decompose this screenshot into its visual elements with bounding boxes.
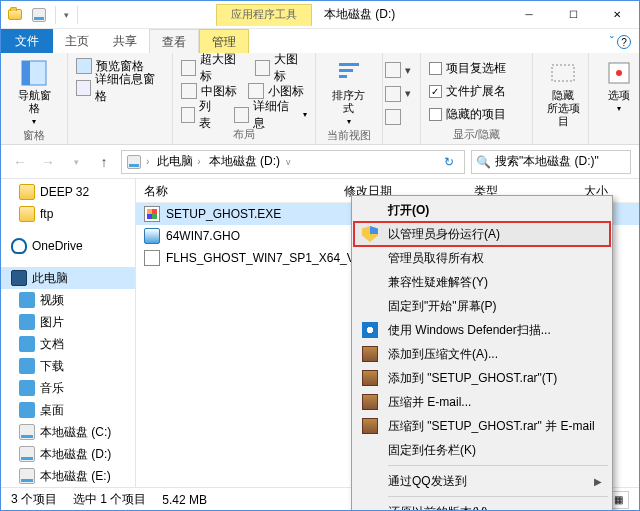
window-title: 本地磁盘 (D:) xyxy=(312,6,507,23)
navigation-pane-button[interactable]: 导航窗格 ▾ xyxy=(9,57,59,128)
minimize-button[interactable]: ─ xyxy=(507,1,551,29)
size-columns-button[interactable] xyxy=(385,106,418,128)
item-checkboxes-toggle[interactable]: 项目复选框 xyxy=(429,57,524,79)
svg-rect-2 xyxy=(339,63,359,66)
gho-icon xyxy=(144,228,160,244)
ribbon: 导航窗格 ▾ 窗格 预览窗格 详细信息窗格 超大图标 大图标 中图标 小图标 列… xyxy=(1,53,639,145)
tree-this-pc[interactable]: 此电脑 xyxy=(1,267,135,289)
file-tab[interactable]: 文件 xyxy=(1,29,53,53)
tree-downloads[interactable]: 下载 xyxy=(1,355,135,377)
details-pane-button[interactable]: 详细信息窗格 xyxy=(76,77,164,99)
address-dropdown-icon[interactable]: v xyxy=(284,157,293,167)
list-view-button[interactable]: 列表 详细信息▾ xyxy=(181,104,307,126)
group-label-panes: 窗格 xyxy=(9,128,59,145)
col-name[interactable]: 名称 xyxy=(136,179,336,202)
svg-rect-5 xyxy=(552,65,574,81)
ctx-add-archive[interactable]: 添加到压缩文件(A)... xyxy=(354,342,610,366)
hidden-items-toggle[interactable]: 隐藏的项目 xyxy=(429,104,524,126)
submenu-arrow-icon: ▶ xyxy=(594,476,610,487)
tree-documents[interactable]: 文档 xyxy=(1,333,135,355)
tree-desktop[interactable]: 桌面 xyxy=(1,399,135,421)
file-name: SETUP_GHOST.EXE xyxy=(166,207,281,221)
tree-deep32[interactable]: DEEP 32 xyxy=(1,181,135,203)
svg-rect-1 xyxy=(22,61,30,85)
back-button[interactable]: ← xyxy=(9,151,31,173)
search-placeholder: 搜索"本地磁盘 (D:)" xyxy=(495,153,599,170)
tree-ftp[interactable]: ftp xyxy=(1,203,135,225)
ctx-zip-rar-email[interactable]: 压缩到 "SETUP_GHOST.rar" 并 E-mail xyxy=(354,414,610,438)
rar-icon xyxy=(362,370,378,386)
hide-icon xyxy=(549,59,577,87)
tree-pictures[interactable]: 图片 xyxy=(1,311,135,333)
navigation-tree[interactable]: DEEP 32 ftp OneDrive 此电脑 视频 图片 文档 下载 音乐 … xyxy=(1,179,136,487)
group-label-layout: 布局 xyxy=(181,127,307,144)
context-menu: 打开(O) 以管理员身份运行(A) 管理员取得所有权 兼容性疑难解答(Y) 固定… xyxy=(351,195,613,511)
ctx-add-rar[interactable]: 添加到 "SETUP_GHOST.rar"(T) xyxy=(354,366,610,390)
tree-drive-e[interactable]: 本地磁盘 (E:) xyxy=(1,465,135,487)
hide-selected-button[interactable]: 隐藏 所选项目 xyxy=(541,57,585,130)
ctx-open[interactable]: 打开(O) xyxy=(354,198,610,222)
drive-icon xyxy=(31,7,47,23)
exe-icon xyxy=(144,206,160,222)
ribbon-tabs: 文件 主页 共享 查看 管理 ˇ ? xyxy=(1,29,639,53)
ctx-pin-start[interactable]: 固定到"开始"屏幕(P) xyxy=(354,294,610,318)
file-name: 64WIN7.GHO xyxy=(166,229,240,243)
rar-icon xyxy=(362,346,378,362)
nav-pane-icon xyxy=(20,59,48,87)
file-name: FLHS_GHOST_WIN7_SP1_X64_V... xyxy=(166,251,364,265)
sort-icon xyxy=(335,59,363,87)
ctx-pin-taskbar[interactable]: 固定到任务栏(K) xyxy=(354,438,610,462)
tree-drive-c[interactable]: 本地磁盘 (C:) xyxy=(1,421,135,443)
options-button[interactable]: 选项▾ xyxy=(597,57,640,115)
group-by-button[interactable]: ▾ xyxy=(385,59,418,81)
address-bar[interactable]: › 此电脑› 本地磁盘 (D:) v ↻ xyxy=(121,150,465,174)
ctx-take-ownership[interactable]: 管理员取得所有权 xyxy=(354,246,610,270)
manage-tab[interactable]: 管理 xyxy=(199,29,249,53)
tree-onedrive[interactable]: OneDrive xyxy=(1,235,135,257)
rar-icon xyxy=(362,394,378,410)
group-label-showhide: 显示/隐藏 xyxy=(429,127,524,144)
close-button[interactable]: ✕ xyxy=(595,1,639,29)
ribbon-collapse-icon[interactable]: ˇ ? xyxy=(602,31,639,54)
qat-dropdown-icon[interactable]: ▾ xyxy=(64,10,69,20)
refresh-button[interactable]: ↻ xyxy=(438,155,460,169)
add-columns-button[interactable]: ▾ xyxy=(385,83,418,105)
rar-icon xyxy=(362,418,378,434)
status-count: 3 个项目 xyxy=(11,491,57,508)
sort-by-button[interactable]: 排序方式▾ xyxy=(324,57,374,128)
svg-rect-3 xyxy=(339,69,353,72)
ctx-run-as-admin[interactable]: 以管理员身份运行(A) xyxy=(354,222,610,246)
ctx-qq-send[interactable]: 通过QQ发送到▶ xyxy=(354,469,610,493)
tree-videos[interactable]: 视频 xyxy=(1,289,135,311)
ctx-defender-scan[interactable]: 使用 Windows Defender扫描... xyxy=(354,318,610,342)
breadcrumb-this-pc[interactable]: 此电脑› xyxy=(153,153,204,170)
separator xyxy=(388,465,608,466)
home-tab[interactable]: 主页 xyxy=(53,29,101,53)
separator xyxy=(388,496,608,497)
share-tab[interactable]: 共享 xyxy=(101,29,149,53)
xl-icons-button[interactable]: 超大图标 大图标 xyxy=(181,57,307,79)
ctx-compatibility[interactable]: 兼容性疑难解答(Y) xyxy=(354,270,610,294)
options-icon xyxy=(605,59,633,87)
forward-button[interactable]: → xyxy=(37,151,59,173)
ctx-restore-previous[interactable]: 还原以前的版本(V) xyxy=(354,500,610,511)
quick-access-toolbar: ▾ xyxy=(1,6,84,24)
maximize-button[interactable]: ☐ xyxy=(551,1,595,29)
address-row: ← → ▾ ↑ › 此电脑› 本地磁盘 (D:) v ↻ 🔍 搜索"本地磁盘 (… xyxy=(1,145,639,179)
file-extensions-toggle[interactable]: ✓文件扩展名 xyxy=(429,80,524,102)
svg-rect-4 xyxy=(339,75,347,78)
search-icon: 🔍 xyxy=(476,155,491,169)
view-tab[interactable]: 查看 xyxy=(149,29,199,53)
contextual-tab-label: 应用程序工具 xyxy=(216,4,312,26)
defender-icon xyxy=(362,322,378,338)
group-label-current: 当前视图 xyxy=(324,128,374,145)
status-size: 5.42 MB xyxy=(162,493,207,507)
search-input[interactable]: 🔍 搜索"本地磁盘 (D:)" xyxy=(471,150,631,174)
tree-drive-d[interactable]: 本地磁盘 (D:) xyxy=(1,443,135,465)
breadcrumb-location[interactable]: 本地磁盘 (D:) xyxy=(205,153,284,170)
folder-icon xyxy=(7,7,23,23)
tree-music[interactable]: 音乐 xyxy=(1,377,135,399)
up-button[interactable]: ↑ xyxy=(93,151,115,173)
recent-dropdown[interactable]: ▾ xyxy=(65,151,87,173)
ctx-zip-email[interactable]: 压缩并 E-mail... xyxy=(354,390,610,414)
